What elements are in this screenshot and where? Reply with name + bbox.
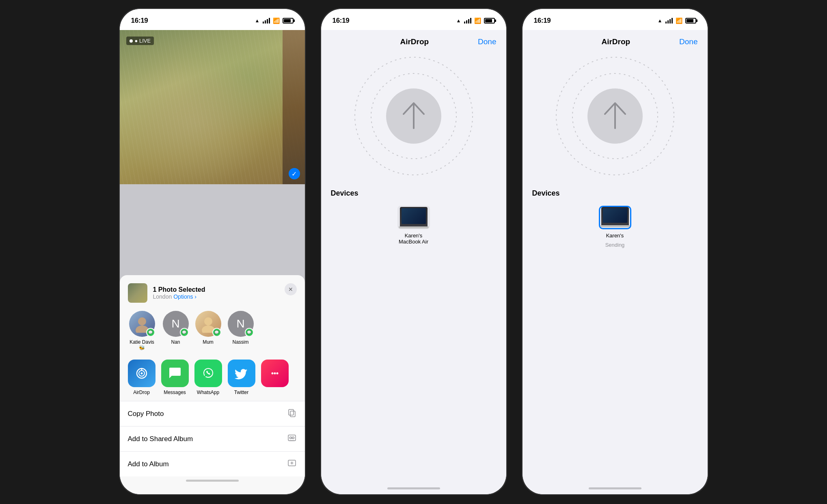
- battery-fill-1: [284, 19, 291, 22]
- app-label-whatsapp: WhatsApp: [197, 390, 219, 395]
- location-icon-2: ▲: [456, 18, 461, 24]
- device-name-sending: Karen's: [606, 233, 624, 239]
- shared-album-icon: [287, 433, 297, 445]
- device-status-sending: Sending: [605, 242, 625, 248]
- person-item-nassim[interactable]: N 💬 Nassim: [228, 311, 254, 351]
- live-dot: [130, 39, 133, 43]
- app-icon-airdrop: [128, 360, 155, 387]
- airdrop-header-searching: AirDrop Done: [321, 30, 506, 51]
- share-subtitle-row: London Options ›: [153, 293, 205, 300]
- location-icon-3: ▲: [658, 18, 663, 24]
- phone-screen-3: 16:19 ▲ 📶: [523, 9, 708, 494]
- phone-share-sheet: 16:19 ▲ 📶: [119, 8, 306, 495]
- radar-area-sending: [523, 51, 708, 181]
- photo-strip: [283, 30, 305, 184]
- macbook-screen-sending: [603, 208, 627, 223]
- signal-bar-1: [263, 22, 264, 24]
- airdrop-done-sending[interactable]: Done: [679, 37, 697, 46]
- app-item-more[interactable]: [261, 360, 289, 395]
- person-item-katie[interactable]: 💬 Katie Davis 🐝: [128, 311, 156, 351]
- airdrop-done-searching[interactable]: Done: [478, 37, 496, 46]
- copy-photo-label: Copy Photo: [128, 410, 164, 418]
- action-row-shared-album[interactable]: Add to Shared Album: [120, 426, 305, 452]
- device-item-sending[interactable]: Karen's Sending: [532, 206, 698, 248]
- share-bottom-sheet: 1 Photo Selected London Options › ✕: [120, 275, 305, 494]
- app-item-whatsapp[interactable]: WhatsApp: [194, 360, 222, 395]
- person-avatar-wrapper-nan: N 💬: [163, 311, 189, 337]
- device-icon-macbook-sending: [599, 206, 631, 229]
- airdrop-icon-svg: [134, 366, 149, 381]
- messages-badge-nassim: 💬: [245, 328, 254, 337]
- signal-bar-3: [267, 19, 268, 24]
- messages-badge-nan: 💬: [180, 328, 189, 337]
- people-row: 💬 Katie Davis 🐝 N 💬: [120, 307, 305, 356]
- svg-point-6: [140, 373, 143, 375]
- app-item-airdrop[interactable]: AirDrop: [128, 360, 155, 395]
- person-avatar-wrapper-mum: 💬: [195, 311, 221, 337]
- status-icons-2: ▲ 📶: [456, 17, 495, 24]
- action-row-copy-photo[interactable]: Copy Photo: [120, 401, 305, 426]
- messages-badge-mum: 💬: [212, 328, 221, 337]
- person-item-nan[interactable]: N 💬 Nan: [163, 311, 189, 351]
- svg-rect-13: [289, 409, 294, 415]
- status-bar-2: 16:19 ▲ 📶: [321, 9, 506, 30]
- status-time-3: 16:19: [534, 17, 551, 25]
- person-name-katie: Katie Davis 🐝: [128, 339, 156, 351]
- app-icon-messages: [161, 360, 189, 387]
- share-header: 1 Photo Selected London Options › ✕: [120, 275, 305, 307]
- status-bar-3: 16:19 ▲ 📶: [523, 9, 708, 30]
- share-sheet-bg: ● LIVE ✓ 1 Photo Selected: [120, 30, 305, 494]
- app-icon-whatsapp: [194, 360, 222, 387]
- battery-fill-2: [485, 19, 492, 22]
- macbook-laptop-sending: [601, 207, 629, 225]
- options-link[interactable]: Options ›: [173, 293, 196, 300]
- action-row-add-album[interactable]: Add to Album: [120, 452, 305, 476]
- battery-fill-3: [687, 19, 694, 22]
- messages-badge-icon-nassim: 💬: [247, 330, 251, 334]
- photo-motion-overlay: [120, 30, 305, 184]
- signal-bars-1: [263, 18, 270, 24]
- wifi-icon-1: 📶: [273, 17, 280, 24]
- phone-screen-2: 16:19 ▲ 📶: [321, 9, 506, 494]
- svg-rect-12: [290, 411, 295, 417]
- battery-icon-3: [685, 18, 696, 24]
- messages-badge-icon-mum: 💬: [214, 330, 219, 334]
- wifi-icon-2: 📶: [474, 17, 481, 24]
- home-indicator-2: [387, 487, 440, 489]
- signal-bar-3-1: [665, 22, 667, 24]
- whatsapp-icon-svg: [201, 366, 216, 381]
- live-badge: ● LIVE: [126, 37, 154, 45]
- svg-point-10: [274, 373, 276, 375]
- checkmark-badge: ✓: [289, 168, 300, 179]
- app-label-airdrop: AirDrop: [133, 390, 150, 395]
- person-name-mum: Mum: [203, 339, 214, 345]
- phone-screen-1: 16:19 ▲ 📶: [120, 9, 305, 494]
- device-item-searching[interactable]: Karen'sMacBook Air: [331, 206, 497, 245]
- signal-bar-2-1: [464, 22, 465, 24]
- person-item-mum[interactable]: 💬 Mum: [195, 311, 221, 351]
- svg-point-15: [289, 437, 292, 439]
- add-album-icon-svg: [287, 458, 297, 468]
- share-thumb-inner: [128, 283, 147, 303]
- app-item-messages[interactable]: Messages: [161, 360, 189, 395]
- share-photo-info: 1 Photo Selected London Options ›: [128, 283, 205, 303]
- status-time-2: 16:19: [333, 17, 350, 25]
- signal-bar-3-3: [669, 19, 671, 24]
- devices-section-searching: Devices Karen'sMacBook Air: [321, 181, 506, 484]
- home-indicator-3: [589, 487, 641, 489]
- app-label-twitter: Twitter: [234, 390, 248, 395]
- person-name-nan: Nan: [171, 339, 180, 345]
- airdrop-title-sending: AirDrop: [601, 37, 630, 46]
- airdrop-screen-sending: AirDrop Done: [523, 30, 708, 494]
- close-button[interactable]: ✕: [285, 283, 297, 295]
- status-icons-1: ▲ 📶: [255, 17, 294, 24]
- shared-album-icon-svg: [287, 433, 297, 443]
- device-icon-macbook: [397, 206, 430, 229]
- radar-area-searching: [321, 51, 506, 181]
- airdrop-title-searching: AirDrop: [400, 37, 429, 46]
- more-icon-svg: [268, 366, 282, 381]
- app-icon-more: [261, 360, 289, 387]
- devices-section-sending: Devices Karen's Sending: [523, 181, 708, 484]
- signal-bar-2-3: [468, 19, 469, 24]
- app-item-twitter[interactable]: Twitter: [228, 360, 255, 395]
